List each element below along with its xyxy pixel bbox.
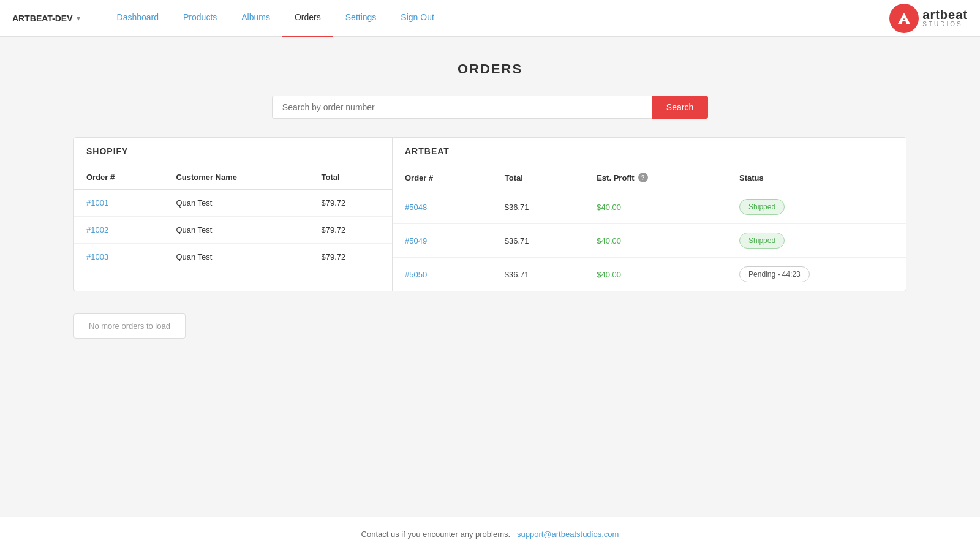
artbeat-order-link[interactable]: #5049	[405, 236, 427, 246]
shopify-col-customer: Customer Name	[164, 165, 309, 190]
shopify-order-link[interactable]: #1003	[86, 252, 108, 261]
artbeat-order-num: #5050	[393, 258, 492, 291]
search-bar: Search	[74, 96, 907, 119]
shopify-total: $79.72	[309, 217, 392, 244]
no-more-orders-label: No more orders to load	[74, 313, 186, 339]
main-content: ORDERS Search SHOPIFY Order # Customer N…	[61, 37, 919, 517]
artbeat-order-link[interactable]: #5048	[405, 203, 427, 212]
artbeat-logo: artbeat STUDIOS	[889, 4, 968, 33]
est-profit-help-icon[interactable]: ?	[638, 173, 648, 182]
nav-link-products[interactable]: Products	[171, 0, 229, 37]
artbeat-order-link[interactable]: #5050	[405, 270, 427, 279]
artbeat-total: $36.71	[492, 224, 584, 258]
artbeat-col-profit: Est. Profit ?	[584, 165, 727, 190]
artbeat-table-head: Order # Total Est. Profit ? Status	[393, 165, 906, 190]
shopify-table: Order # Customer Name Total #1001 Quan T…	[74, 165, 392, 270]
nav-link-orders[interactable]: Orders	[282, 0, 333, 37]
shopify-customer-name: Quan Test	[164, 190, 309, 217]
search-button[interactable]: Search	[652, 96, 708, 119]
search-input[interactable]	[272, 96, 652, 119]
artbeat-table-row: #5050 $36.71 $40.00 Pending - 44:23	[393, 258, 906, 291]
logo-circle-icon	[889, 4, 919, 33]
footer: Contact us if you encounter any problems…	[0, 517, 980, 551]
artbeat-total: $36.71	[492, 190, 584, 224]
nav-right: artbeat STUDIOS	[889, 4, 968, 33]
brand-name: ARTBEAT-DEV	[12, 13, 73, 23]
est-profit-label: Est. Profit	[597, 173, 634, 182]
shopify-table-row: #1003 Quan Test $79.72	[74, 244, 392, 271]
shopify-customer-name: Quan Test	[164, 217, 309, 244]
shopify-total: $79.72	[309, 244, 392, 271]
nav-link-sign-out[interactable]: Sign Out	[388, 0, 446, 37]
artbeat-col-status: Status	[727, 165, 906, 190]
artbeat-profit: $40.00	[584, 224, 727, 258]
artbeat-total: $36.71	[492, 258, 584, 291]
shopify-total: $79.72	[309, 190, 392, 217]
shopify-table-head: Order # Customer Name Total	[74, 165, 392, 190]
artbeat-order-num: #5048	[393, 190, 492, 224]
nav-link-settings[interactable]: Settings	[333, 0, 389, 37]
brand-dropdown[interactable]: ARTBEAT-DEV ▾	[12, 13, 80, 23]
shopify-header: SHOPIFY	[74, 138, 392, 165]
shopify-table-body: #1001 Quan Test $79.72 #1002 Quan Test $…	[74, 190, 392, 271]
logo-artbeat-text: artbeat	[922, 9, 968, 21]
logo-text: artbeat STUDIOS	[922, 9, 968, 28]
footer-contact-text: Contact us if you encounter any problems…	[361, 530, 511, 539]
status-badge: Shipped	[739, 199, 785, 215]
footer-email-link[interactable]: support@artbeatstudios.com	[517, 530, 619, 539]
shopify-header-row: Order # Customer Name Total	[74, 165, 392, 190]
shopify-order-num: #1001	[74, 190, 164, 217]
shopify-order-num: #1003	[74, 244, 164, 271]
shopify-order-link[interactable]: #1001	[86, 198, 108, 208]
orders-table-container: SHOPIFY Order # Customer Name Total #100…	[74, 137, 907, 291]
artbeat-table-row: #5048 $36.71 $40.00 Shipped	[393, 190, 906, 224]
artbeat-col-order: Order #	[393, 165, 492, 190]
shopify-order-link[interactable]: #1002	[86, 225, 108, 234]
status-badge: Shipped	[739, 233, 785, 249]
shopify-order-num: #1002	[74, 217, 164, 244]
artbeat-table: Order # Total Est. Profit ? Status #504	[393, 165, 906, 291]
artbeat-status: Shipped	[727, 190, 906, 224]
nav-link-albums[interactable]: Albums	[229, 0, 282, 37]
nav-link-dashboard[interactable]: Dashboard	[105, 0, 172, 37]
logo-studios-text: STUDIOS	[922, 21, 968, 28]
shopify-table-row: #1002 Quan Test $79.72	[74, 217, 392, 244]
artbeat-profit: $40.00	[584, 258, 727, 291]
brand-chevron-icon: ▾	[77, 14, 80, 23]
artbeat-table-body: #5048 $36.71 $40.00 Shipped #5049 $36.71…	[393, 190, 906, 291]
artbeat-table-row: #5049 $36.71 $40.00 Shipped	[393, 224, 906, 258]
page-title: ORDERS	[74, 61, 907, 77]
artbeat-profit: $40.00	[584, 190, 727, 224]
shopify-section: SHOPIFY Order # Customer Name Total #100…	[74, 138, 393, 291]
nav-links: DashboardProductsAlbumsOrdersSettingsSig…	[105, 0, 890, 37]
artbeat-header-row: Order # Total Est. Profit ? Status	[393, 165, 906, 190]
navbar: ARTBEAT-DEV ▾ DashboardProductsAlbumsOrd…	[0, 0, 980, 37]
artbeat-status: Shipped	[727, 224, 906, 258]
shopify-customer-name: Quan Test	[164, 244, 309, 271]
artbeat-section: ARTBEAT Order # Total Est. Profit ? Stat…	[393, 138, 906, 291]
status-badge: Pending - 44:23	[739, 266, 810, 282]
artbeat-order-num: #5049	[393, 224, 492, 258]
artbeat-col-total: Total	[492, 165, 584, 190]
shopify-col-order: Order #	[74, 165, 164, 190]
artbeat-status: Pending - 44:23	[727, 258, 906, 291]
shopify-col-total: Total	[309, 165, 392, 190]
artbeat-header: ARTBEAT	[393, 138, 906, 165]
shopify-table-row: #1001 Quan Test $79.72	[74, 190, 392, 217]
